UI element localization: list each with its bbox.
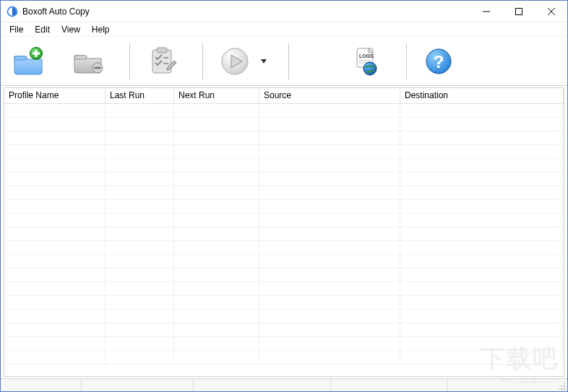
table-cell <box>259 241 400 254</box>
status-segment <box>1 379 82 391</box>
svg-rect-2 <box>515 8 522 14</box>
table-cell <box>174 145 259 158</box>
table-cell <box>4 104 106 117</box>
table-row <box>4 186 564 200</box>
table-cell <box>174 131 259 144</box>
col-last-run[interactable]: Last Run <box>106 88 174 103</box>
new-profile-button[interactable] <box>7 42 50 81</box>
table-cell <box>174 200 259 213</box>
table-cell <box>259 255 400 268</box>
table-row <box>4 337 564 351</box>
table-cell <box>4 310 106 323</box>
table-cell <box>4 351 106 364</box>
table-cell <box>4 214 106 227</box>
table-row <box>4 200 564 214</box>
maximize-button[interactable] <box>502 1 535 22</box>
svg-rect-11 <box>95 66 101 69</box>
col-destination[interactable]: Destination <box>400 88 564 103</box>
table-header: Profile Name Last Run Next Run Source De… <box>4 88 564 104</box>
resize-grip-icon[interactable] <box>557 382 566 391</box>
table-row <box>4 118 564 131</box>
table-cell <box>106 282 174 295</box>
menu-edit[interactable]: Edit <box>29 23 56 36</box>
app-window: Boxoft Auto Copy File Edit View Help <box>0 0 568 392</box>
clipboard-check-icon <box>146 45 178 77</box>
table-cell <box>4 337 106 350</box>
table-cell <box>106 131 174 144</box>
table-cell <box>174 186 259 199</box>
table-body[interactable] <box>4 104 564 376</box>
table-cell <box>106 186 174 199</box>
table-cell <box>174 255 259 268</box>
edit-profile-button[interactable] <box>140 42 184 81</box>
close-button[interactable] <box>535 1 567 22</box>
run-dropdown-button[interactable] <box>261 59 267 64</box>
table-cell <box>106 227 174 240</box>
table-cell <box>259 296 400 309</box>
table-cell <box>106 255 174 268</box>
remove-profile-button[interactable] <box>67 42 111 81</box>
table-row <box>4 310 564 323</box>
col-source[interactable]: Source <box>259 88 400 103</box>
table-cell <box>259 104 400 117</box>
table-cell <box>174 241 259 254</box>
table-cell <box>400 214 564 227</box>
toolbar-separator <box>406 43 407 79</box>
table-cell <box>174 337 259 350</box>
help-icon: ? <box>423 46 454 77</box>
table-cell <box>259 186 400 199</box>
table-cell <box>400 200 564 213</box>
table-cell <box>4 241 106 254</box>
table-cell <box>4 296 106 309</box>
table-cell <box>400 337 564 350</box>
app-icon <box>7 6 18 17</box>
table-row <box>4 241 564 255</box>
table-cell <box>259 173 400 186</box>
col-next-run[interactable]: Next Run <box>174 88 259 103</box>
svg-point-21 <box>363 62 376 75</box>
menu-file[interactable]: File <box>4 23 29 36</box>
logs-globe-icon: LOGS <box>350 45 382 77</box>
play-icon <box>219 45 251 77</box>
svg-point-28 <box>561 386 562 387</box>
table-cell <box>400 296 564 309</box>
profiles-table: Profile Name Last Run Next Run Source De… <box>4 87 564 377</box>
svg-point-24 <box>564 388 565 390</box>
menu-bar: File Edit View Help <box>1 22 567 37</box>
table-row <box>4 173 564 186</box>
run-button[interactable] <box>213 42 257 81</box>
menu-help[interactable]: Help <box>86 23 116 36</box>
svg-rect-8 <box>33 52 40 54</box>
app-title: Boxoft Auto Copy <box>22 6 470 17</box>
table-cell <box>4 269 106 282</box>
title-bar: Boxoft Auto Copy <box>1 1 567 22</box>
table-cell <box>106 104 174 117</box>
table-cell <box>106 310 174 323</box>
logs-button[interactable]: LOGS <box>344 42 387 81</box>
table-cell <box>400 310 564 323</box>
table-row <box>4 269 564 282</box>
table-cell <box>400 241 564 254</box>
table-cell <box>400 351 564 364</box>
table-cell <box>106 173 174 186</box>
toolbar-separator <box>288 43 289 79</box>
help-button[interactable]: ? <box>417 42 460 81</box>
table-cell <box>106 214 174 227</box>
table-cell <box>259 118 400 131</box>
toolbar: LOGS <box>1 37 567 86</box>
table-cell <box>259 310 400 323</box>
table-cell <box>4 200 106 213</box>
col-profile-name[interactable]: Profile Name <box>4 88 106 103</box>
table-cell <box>259 323 400 336</box>
folder-plus-icon <box>12 46 45 77</box>
table-cell <box>106 241 174 254</box>
table-cell <box>174 282 259 295</box>
menu-view[interactable]: View <box>56 23 86 36</box>
table-row <box>4 159 564 173</box>
status-segment <box>194 379 331 391</box>
table-cell <box>106 145 174 158</box>
table-row <box>4 104 564 118</box>
table-cell <box>106 159 174 172</box>
minimize-button[interactable] <box>470 1 502 22</box>
svg-point-29 <box>558 388 559 390</box>
